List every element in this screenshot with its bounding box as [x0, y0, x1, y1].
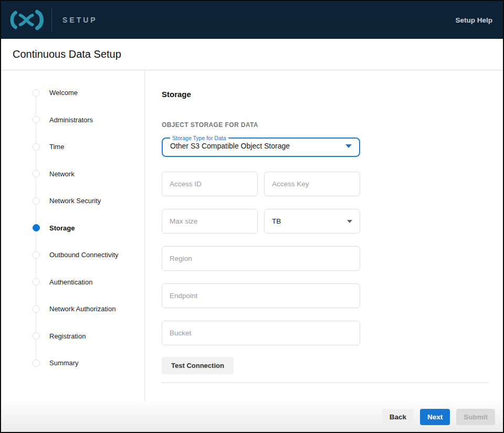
submit-button[interactable]: Submit: [456, 409, 495, 425]
step-dot-icon: [33, 251, 40, 259]
step-label: Storage: [49, 224, 75, 232]
max-size-input[interactable]: [162, 209, 258, 234]
brand-label: SETUP: [62, 16, 98, 24]
step-dot-icon: [33, 89, 40, 97]
region-input[interactable]: [162, 246, 360, 271]
step-dot-icon: [33, 224, 40, 231]
max-size-unit-value: TB: [272, 217, 281, 225]
max-size-unit-select[interactable]: TB: [264, 209, 360, 234]
stepper-item[interactable]: Storage: [1, 215, 144, 242]
step-dot-icon: [33, 197, 40, 205]
step-label: Time: [49, 143, 64, 151]
next-button[interactable]: Next: [420, 409, 450, 425]
storage-type-select[interactable]: Storage Type for Data Other S3 Compatibl…: [162, 135, 360, 157]
step-dot-icon: [33, 143, 40, 151]
bucket-input[interactable]: [162, 321, 360, 345]
section-label: OBJECT STORAGE FOR DATA: [162, 121, 503, 129]
step-label: Welcome: [49, 89, 78, 97]
step-dot-icon: [33, 305, 40, 313]
delphix-logo-icon: [7, 8, 46, 32]
step-label: Network: [49, 170, 75, 178]
back-button[interactable]: Back: [382, 409, 414, 425]
setup-stepper: Welcome Administrators Time Network: [1, 79, 144, 377]
stepper-item[interactable]: Outbound Connectivity: [1, 241, 144, 269]
step-dot-icon: [33, 116, 40, 123]
wizard-stepper-sidebar: Welcome Administrators Time Network: [1, 70, 145, 402]
step-dot-icon: [33, 278, 40, 286]
setup-help-link[interactable]: Setup Help: [455, 16, 492, 24]
page-title: Continuous Data Setup: [13, 48, 121, 60]
test-connection-button[interactable]: Test Connection: [162, 357, 234, 374]
step-label: Network Authorization: [49, 305, 116, 313]
stepper-item[interactable]: Welcome: [1, 79, 144, 107]
stepper-item[interactable]: Administrators: [1, 107, 144, 134]
step-label: Outbound Connectivity: [49, 251, 119, 259]
stepper-item[interactable]: Time: [1, 133, 144, 161]
chevron-down-icon: [347, 220, 352, 223]
chevron-down-icon: [345, 144, 352, 148]
step-dot-icon: [33, 332, 40, 340]
step-dot-icon: [33, 360, 40, 367]
page-title-bar: Continuous Data Setup: [1, 39, 503, 70]
step-label: Registration: [49, 332, 86, 340]
content-divider: [162, 382, 489, 383]
stepper-item[interactable]: Authentication: [1, 269, 144, 296]
step-label: Authentication: [49, 278, 92, 286]
header-divider: [51, 8, 52, 31]
stepper-item[interactable]: Summary: [1, 350, 144, 377]
storage-form-panel: Storage OBJECT STORAGE FOR DATA Storage …: [145, 70, 503, 402]
access-id-input[interactable]: [162, 172, 258, 196]
endpoint-input[interactable]: [162, 283, 360, 308]
step-label: Summary: [49, 359, 79, 367]
content-heading: Storage: [162, 90, 503, 99]
stepper-item[interactable]: Registration: [1, 323, 144, 350]
step-dot-icon: [33, 170, 40, 177]
app-header: SETUP Setup Help: [1, 1, 503, 39]
stepper-item[interactable]: Network: [1, 161, 144, 188]
storage-type-label: Storage Type for Data: [170, 135, 228, 141]
wizard-footer: Back Next Submit: [1, 402, 503, 432]
step-label: Network Security: [49, 197, 101, 205]
access-key-input[interactable]: [264, 172, 360, 196]
storage-type-value: Other S3 Compatible Object Storage: [170, 142, 290, 150]
stepper-item[interactable]: Network Security: [1, 187, 144, 215]
step-label: Administrators: [49, 116, 93, 124]
setup-wizard-window: SETUP Setup Help Continuous Data Setup W…: [0, 0, 504, 433]
stepper-item[interactable]: Network Authorization: [1, 295, 144, 323]
